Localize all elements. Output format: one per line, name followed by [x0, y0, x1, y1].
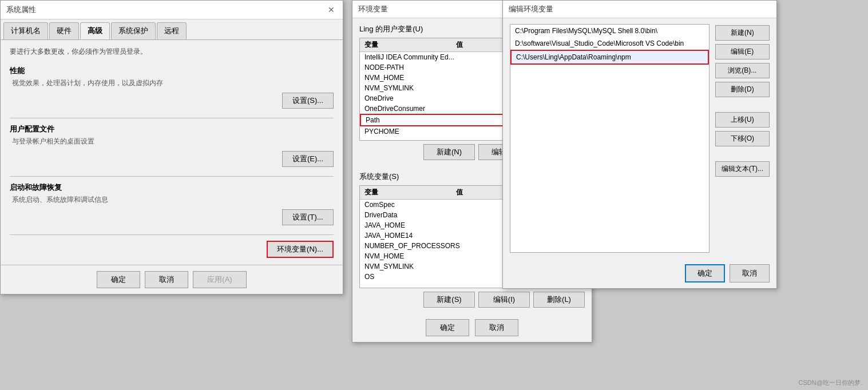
tab-remote[interactable]: 远程 [157, 22, 187, 39]
startup-recovery-settings-btn[interactable]: 设置(T)... [282, 209, 334, 225]
edit-side-buttons: 新建(N) 编辑(E) 浏览(B)... 删除(D) 上移(U) 下移(O) 编… [715, 24, 770, 253]
sys-props-title: 系统属性 [6, 5, 36, 15]
user-profile-settings-btn[interactable]: 设置(E)... [282, 151, 334, 167]
edit-env-titlebar: 编辑环境变量 [503, 1, 776, 18]
env-ok-btn[interactable]: 确定 [426, 319, 469, 336]
sys-var-col-header: 变量 [364, 188, 456, 197]
sys-var-name-nvmsymlink2: NVM_SYMLINK [364, 262, 456, 270]
sys-var-name-driverdata: DriverData [364, 211, 456, 219]
edit-env-bottom: 确定 取消 [503, 258, 776, 288]
env-vars-title: 环境变量 [358, 4, 388, 14]
performance-section: 性能 视觉效果，处理器计划，内存使用，以及虚拟内存 设置(S)... [10, 66, 334, 109]
tab-hardware[interactable]: 硬件 [49, 22, 79, 39]
env-vars-bottom-buttons: 确定 取消 [352, 313, 592, 342]
edit-new-btn[interactable]: 新建(N) [715, 25, 770, 41]
sys-props-titlebar: 系统属性 ✕ [1, 1, 343, 19]
sys-var-name-javahome14: JAVA_HOME14 [364, 232, 456, 240]
user-var-name-path: Path [366, 116, 457, 124]
sys-props-apply-btn[interactable]: 应用(A) [193, 271, 246, 288]
sys-new-btn[interactable]: 新建(S) [423, 292, 475, 308]
sys-props-bottom-buttons: 确定 取消 应用(A) [1, 265, 343, 294]
edit-delete-btn[interactable]: 删除(D) [715, 82, 770, 97]
sys-var-name-comspec: ComSpec [364, 201, 456, 209]
sys-var-name-javahome: JAVA_HOME [364, 221, 456, 229]
user-profile-title: 用户配置文件 [10, 124, 334, 134]
env-vars-btn[interactable]: 环境变量(N)... [267, 241, 334, 258]
edit-browse-btn[interactable]: 浏览(B)... [715, 63, 770, 78]
user-var-name-pychome: PYCHOME [364, 128, 456, 136]
sys-props-tabs: 计算机名 硬件 高级 系统保护 远程 [1, 19, 343, 40]
edit-edit-btn[interactable]: 编辑(E) [715, 44, 770, 59]
edit-moveup-btn[interactable]: 上移(U) [715, 112, 770, 128]
startup-recovery-title: 启动和故障恢复 [10, 182, 334, 193]
edit-env-content: C:\Program Files\MySQL\MySQL Shell 8.0\b… [503, 18, 776, 258]
edit-edittext-btn[interactable]: 编辑文本(T)... [715, 161, 770, 177]
sys-delete-btn[interactable]: 删除(L) [533, 292, 585, 308]
user-new-btn[interactable]: 新建(N) [423, 144, 475, 160]
edit-ok-btn[interactable]: 确定 [685, 264, 725, 282]
user-var-name-intellij: IntelliJ IDEA Community Ed... [364, 53, 456, 61]
tab-computer-name[interactable]: 计算机名 [3, 22, 48, 39]
performance-settings-btn[interactable]: 设置(S)... [282, 93, 334, 109]
user-var-col-header: 变量 [364, 40, 456, 50]
performance-title: 性能 [10, 66, 334, 76]
edit-movedown-btn[interactable]: 下移(O) [715, 131, 770, 146]
user-profile-section: 用户配置文件 与登录帐户相关的桌面设置 设置(E)... [10, 124, 334, 167]
edit-cancel-btn[interactable]: 取消 [730, 264, 770, 282]
sys-var-name-os: OS [364, 273, 456, 281]
env-cancel-btn[interactable]: 取消 [475, 319, 518, 336]
sys-props-cancel-btn[interactable]: 取消 [145, 271, 188, 288]
sys-props-ok-btn[interactable]: 确定 [97, 271, 140, 288]
user-profile-desc: 与登录帐户相关的桌面设置 [10, 137, 334, 146]
sys-props-content: 要进行大多数更改，你必须作为管理员登录。 性能 视觉效果，处理器计划，内存使用，… [1, 40, 343, 265]
performance-desc: 视觉效果，处理器计划，内存使用，以及虚拟内存 [10, 78, 334, 88]
sys-vars-buttons: 新建(S) 编辑(I) 删除(L) [359, 292, 585, 308]
edit-env-title: 编辑环境变量 [509, 4, 553, 14]
sys-edit-btn[interactable]: 编辑(I) [478, 292, 530, 308]
sys-props-close-btn[interactable]: ✕ [326, 4, 337, 15]
tab-system-protection[interactable]: 系统保护 [111, 22, 156, 39]
path-row-mysql[interactable]: C:\Program Files\MySQL\MySQL Shell 8.0\b… [510, 25, 709, 37]
sys-var-name-nvmhome2: NVM_HOME [364, 252, 456, 260]
user-var-name-onedriveconsumer: OneDriveConsumer [364, 105, 456, 113]
sys-var-name-numproc: NUMBER_OF_PROCESSORS [364, 242, 456, 250]
edit-env-window: 编辑环境变量 C:\Program Files\MySQL\MySQL Shel… [502, 0, 777, 289]
user-var-name-onedrive: OneDrive [364, 94, 456, 102]
tab-advanced[interactable]: 高级 [80, 22, 110, 39]
path-row-vscode[interactable]: D:\software\Visual_Studio_Code\Microsoft… [510, 37, 709, 50]
watermark: CSDN@吃一日你的梦. [799, 379, 862, 387]
startup-recovery-desc: 系统启动、系统故障和调试信息 [10, 195, 334, 205]
path-row-npm[interactable]: C:\Users\Ling\AppData\Roaming\npm [510, 50, 709, 65]
sys-props-window: 系统属性 ✕ 计算机名 硬件 高级 系统保护 远程 要进行大多数更改，你必须作为… [0, 0, 343, 295]
admin-notice: 要进行大多数更改，你必须作为管理员登录。 [10, 47, 334, 57]
edit-path-list[interactable]: C:\Program Files\MySQL\MySQL Shell 8.0\b… [510, 24, 710, 253]
user-var-name-nodepath: NODE-PATH [364, 63, 456, 71]
startup-recovery-section: 启动和故障恢复 系统启动、系统故障和调试信息 设置(T)... [10, 182, 334, 225]
user-var-name-nvmhome: NVM_HOME [364, 74, 456, 82]
user-var-name-nvmsymlink: NVM_SYMLINK [364, 84, 456, 92]
